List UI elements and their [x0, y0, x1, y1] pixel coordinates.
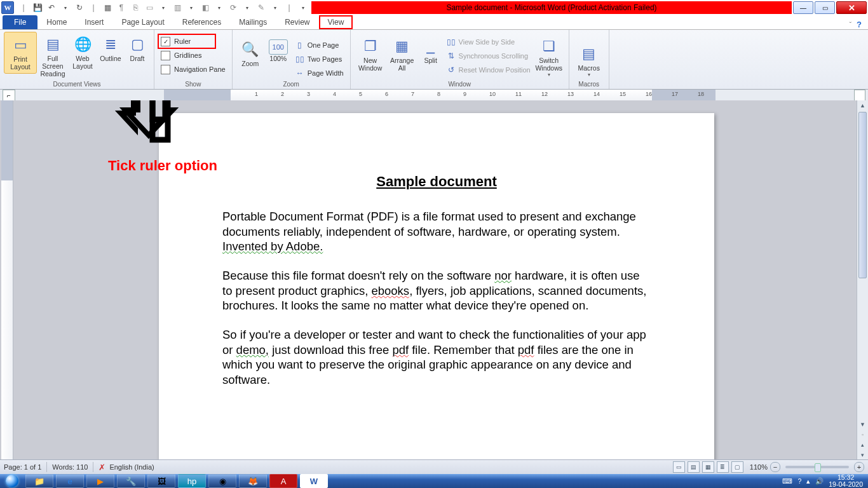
help-icon[interactable]: ? — [857, 20, 862, 29]
qat-table-icon[interactable]: ▥ — [172, 2, 183, 13]
tray-help-icon[interactable]: ? — [797, 477, 801, 485]
qat-more-icon[interactable]: ▾ — [297, 2, 309, 13]
document-page[interactable]: Sample document Portable Document Format… — [159, 113, 714, 460]
tray-chevron-icon[interactable]: ▴ — [806, 477, 810, 485]
scroll-down-icon[interactable]: ▼ — [857, 419, 868, 430]
full-screen-reading-button[interactable]: ▤Full Screen Reading — [37, 32, 69, 80]
redo-icon[interactable]: ↻ — [74, 2, 85, 13]
percent-icon: 100 — [269, 39, 288, 55]
taskbar-word[interactable]: W — [300, 474, 328, 488]
tab-mailings[interactable]: Mailings — [230, 15, 276, 29]
qat-grid-icon[interactable]: ▦ — [102, 2, 113, 13]
tab-selector-icon[interactable]: ⌐ — [3, 90, 15, 101]
tray-clock[interactable]: 15:3219-04-2020 — [829, 474, 863, 488]
start-button[interactable] — [0, 474, 24, 488]
view-ruler-toggle[interactable] — [854, 90, 865, 101]
reading-view-icon[interactable]: ▤ — [688, 461, 700, 473]
ribbon-minimize-icon[interactable]: ˇ — [849, 21, 851, 29]
qat-paint-icon[interactable]: ✎ — [255, 2, 267, 13]
qat-para-icon[interactable]: ¶ — [116, 2, 127, 13]
taskbar-chrome[interactable]: ◉ — [208, 474, 236, 488]
taskbar-app2[interactable]: 🖼 — [147, 474, 175, 488]
system-tray: ⌨ ? ▴ 🔊 15:3219-04-2020 — [782, 474, 868, 488]
tab-view[interactable]: View — [319, 15, 353, 29]
new-window-button[interactable]: ❐New Window — [355, 34, 386, 74]
switch-windows-button[interactable]: ❏Switch Windows▾ — [533, 34, 565, 80]
taskbar-firefox[interactable]: 🦊 — [239, 474, 267, 488]
taskbar-ie[interactable]: e — [56, 474, 84, 488]
two-pages-button[interactable]: ▯▯Two Pages — [292, 52, 346, 66]
maximize-button[interactable]: ▭ — [815, 1, 835, 14]
qat-rotate-icon[interactable]: ⟳ — [227, 2, 239, 13]
prev-page-icon[interactable]: ▴ — [857, 440, 868, 450]
vertical-scrollbar[interactable]: ▲ ▼ ◦ ▴ ▾ — [857, 100, 868, 460]
web-layout-button[interactable]: 🌐Web Layout — [69, 32, 97, 72]
view-side-by-side-button[interactable]: ▯▯View Side by Side — [444, 35, 533, 49]
arrange-icon: ▦ — [392, 36, 412, 57]
navigation-pane-checkbox[interactable]: Navigation Pane — [158, 62, 228, 76]
taskbar-explorer[interactable]: 📁 — [25, 474, 53, 488]
zoom-in-button[interactable]: + — [854, 462, 864, 472]
word-count[interactable]: Words: 110 — [52, 463, 88, 471]
qat-link-icon[interactable]: ⎘ — [130, 2, 141, 13]
save-icon[interactable]: 💾 — [32, 2, 43, 13]
outline-view-icon[interactable]: ≣ — [717, 461, 729, 473]
language-indicator[interactable]: English (India) — [109, 463, 154, 471]
tray-volume-icon[interactable]: 🔊 — [815, 477, 824, 485]
tab-review[interactable]: Review — [276, 15, 318, 29]
minimize-button[interactable]: — — [793, 1, 813, 14]
window-title: Sample document - Microsoft Word (Produc… — [311, 1, 792, 14]
tab-page-layout[interactable]: Page Layout — [112, 15, 173, 29]
sync-scroll-icon: ⇅ — [446, 51, 456, 61]
one-page-button[interactable]: ▯One Page — [292, 38, 346, 52]
gridlines-checkbox[interactable]: Gridlines — [158, 48, 228, 62]
status-bar: Page: 1 of 1 Words: 110 ✗ English (India… — [0, 459, 868, 474]
sync-scrolling-button: ⇅Synchronous Scrolling — [444, 49, 533, 63]
undo-icon[interactable]: ↶ — [46, 2, 57, 13]
outline-button[interactable]: ≣Outline — [97, 32, 125, 65]
zoom-button[interactable]: 🔍Zoom — [236, 37, 264, 70]
arrange-all-button[interactable]: ▦Arrange All — [386, 34, 418, 74]
tray-keyboard-icon[interactable]: ⌨ — [782, 477, 792, 485]
vertical-ruler[interactable] — [1, 100, 13, 460]
ruler-checkbox[interactable]: ✓Ruler — [158, 34, 215, 48]
taskbar-adobe[interactable]: A — [269, 474, 297, 488]
document-workspace: Sample document Portable Document Format… — [0, 100, 868, 460]
page-indicator[interactable]: Page: 1 of 1 — [4, 463, 41, 471]
quick-access-toolbar: W | 💾 ↶ ▾ ↻ | ▦ ¶ ⎘ ▭ ▾ ▥ ▾ ◧ ▾ ⟳ ▾ ✎ ▾ … — [0, 0, 311, 15]
ribbon-view: ▭Print Layout ▤Full Screen Reading 🌐Web … — [0, 30, 868, 90]
browse-object-icon[interactable]: ◦ — [857, 430, 868, 440]
word-app-icon[interactable]: W — [1, 1, 14, 14]
zoom-level[interactable]: 110% — [750, 463, 768, 471]
tab-references[interactable]: References — [173, 15, 230, 29]
tab-insert[interactable]: Insert — [76, 15, 112, 29]
print-layout-view-icon[interactable]: ▭ — [673, 461, 685, 473]
close-button[interactable]: ✕ — [836, 1, 867, 14]
doc-body[interactable]: Portable Document Format (PDF) is a file… — [222, 209, 651, 388]
taskbar-wmp[interactable]: ▶ — [86, 474, 114, 488]
switch-windows-icon: ❏ — [539, 36, 559, 57]
annotation-arrow-icon — [135, 100, 186, 155]
draft-view-icon[interactable]: ▢ — [731, 461, 743, 473]
draft-button[interactable]: ▢Draft — [125, 32, 150, 65]
print-layout-button[interactable]: ▭Print Layout — [4, 32, 37, 74]
scroll-up-icon[interactable]: ▲ — [857, 100, 868, 111]
scroll-thumb[interactable] — [858, 112, 867, 278]
page-width-button[interactable]: ↔Page Width — [292, 66, 346, 80]
qat-border-icon[interactable]: ▭ — [144, 2, 155, 13]
web-view-icon[interactable]: ▦ — [702, 461, 714, 473]
split-button[interactable]: ⎯Split — [418, 34, 444, 67]
proofing-icon[interactable]: ✗ — [98, 463, 105, 472]
taskbar-app1[interactable]: 🔧 — [117, 474, 145, 488]
zoom-slider[interactable] — [785, 466, 849, 468]
next-page-icon[interactable]: ▾ — [857, 450, 868, 460]
qat-shape-icon[interactable]: ◧ — [200, 2, 211, 13]
macros-button[interactable]: ▤Macros▾ — [573, 41, 605, 80]
tab-home[interactable]: Home — [37, 15, 76, 29]
group-zoom: 🔍Zoom 100100% ▯One Page ▯▯Two Pages ↔Pag… — [233, 30, 351, 89]
file-tab[interactable]: File — [3, 15, 37, 29]
zoom-100-button[interactable]: 100100% — [264, 37, 292, 65]
zoom-out-button[interactable]: − — [770, 462, 780, 472]
taskbar-hp[interactable]: hp — [178, 474, 206, 488]
group-label: Document Views — [53, 80, 101, 88]
